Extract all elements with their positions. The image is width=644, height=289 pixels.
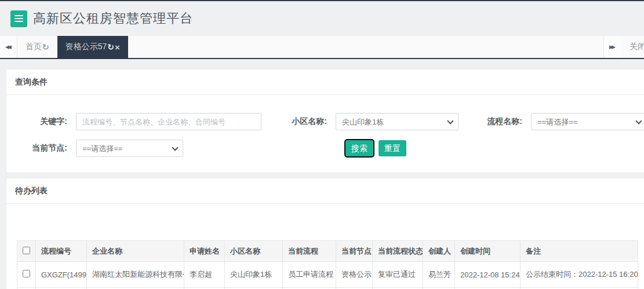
refresh-icon[interactable]: ↻ bbox=[42, 42, 49, 52]
reset-button[interactable]: 重置 bbox=[379, 140, 406, 156]
keyword-input[interactable] bbox=[76, 113, 261, 130]
col-flow-status: 当前流程状态 bbox=[373, 241, 423, 262]
community-name-label: 小区名称: bbox=[261, 116, 327, 127]
close-icon[interactable]: × bbox=[115, 43, 120, 52]
current-node-label: 当前节点: bbox=[6, 143, 67, 153]
current-node-select[interactable]: ==请选择== bbox=[76, 140, 183, 157]
query-form: 关键字: 小区名称: 尖山印象1栋 流程名称: ==请选择== bbox=[6, 95, 644, 173]
double-right-arrow-icon: ▶▶ bbox=[609, 44, 616, 50]
cell-flow-status: 复审已通过 bbox=[373, 262, 423, 288]
select-all-checkbox[interactable] bbox=[23, 247, 30, 254]
search-button[interactable]: 搜索 bbox=[345, 140, 373, 156]
double-left-arrow-icon: ◀◀ bbox=[5, 44, 12, 50]
col-flow-number: 流程编号 bbox=[36, 241, 87, 262]
tabbar-spacer bbox=[128, 36, 603, 58]
tab-qualification-label: 资格公示57 bbox=[66, 42, 107, 52]
table-header-row: 流程编号 企业名称 申请姓名 小区名称 当前流程 当前节点 当前流程状态 创建人… bbox=[17, 241, 638, 262]
community-name-select[interactable]: 尖山印象1栋 bbox=[336, 113, 459, 130]
refresh-icon[interactable]: ↻ bbox=[107, 42, 114, 52]
row-checkbox[interactable] bbox=[23, 270, 30, 277]
page-title: 高新区公租房智慧管理平台 bbox=[33, 10, 193, 27]
col-current-node: 当前节点 bbox=[336, 241, 373, 262]
tab-home-label: 首页 bbox=[26, 42, 42, 52]
tab-home[interactable]: 首页 ↻ bbox=[17, 36, 57, 58]
cell-flow-number: GXGZF(14993) bbox=[36, 262, 87, 288]
col-applicant-name: 申请姓名 bbox=[184, 241, 225, 262]
col-current-flow: 当前流程 bbox=[283, 241, 336, 262]
app-header: 高新区公租房智慧管理平台 bbox=[0, 0, 644, 36]
main-content: 查询条件 关键字: 小区名称: 尖山印象1栋 流程名称: ==请选择== bbox=[0, 59, 644, 289]
col-company-name: 企业名称 bbox=[87, 241, 184, 262]
col-create-time: 创建时间 bbox=[455, 241, 521, 262]
todo-table-container: 流程编号 企业名称 申请姓名 小区名称 当前流程 当前节点 当前流程状态 创建人… bbox=[6, 204, 644, 289]
keyword-label: 关键字: bbox=[6, 116, 67, 127]
close-menu-label: 关闭 bbox=[630, 42, 644, 52]
cell-applicant-name: 李启超 bbox=[184, 262, 225, 288]
tab-bar: ◀◀ 首页 ↻ 资格公示57 ↻ × ▶▶ 关闭 bbox=[0, 36, 644, 59]
cell-current-flow: 员工申请流程 bbox=[283, 262, 336, 288]
query-panel-title: 查询条件 bbox=[6, 69, 644, 95]
tabs-scroll-left-button[interactable]: ◀◀ bbox=[0, 36, 17, 58]
todo-table: 流程编号 企业名称 申请姓名 小区名称 当前流程 当前节点 当前流程状态 创建人… bbox=[17, 240, 638, 289]
todo-list-panel: 待办列表 流程编号 企业名称 申请姓名 小区名称 当前流程 当前节点 当前流程状… bbox=[6, 178, 644, 289]
todo-panel-title: 待办列表 bbox=[6, 178, 644, 204]
cell-current-node: 资格公示 bbox=[336, 262, 373, 288]
cell-company-name: 湖南红太阳新能源科技有限公司 bbox=[87, 262, 184, 288]
tab-qualification-publicity[interactable]: 资格公示57 ↻ × bbox=[57, 36, 128, 58]
cell-community-name: 尖山印象1栋 bbox=[225, 262, 283, 288]
close-operations-menu[interactable]: 关闭 bbox=[621, 36, 644, 58]
process-name-label: 流程名称: bbox=[459, 116, 522, 127]
table-row[interactable]: GXGZF(14993) 湖南红太阳新能源科技有限公司 李启超 尖山印象1栋 员… bbox=[17, 262, 638, 288]
cell-create-time: 2022-12-08 15:24:09 bbox=[455, 262, 521, 288]
col-creator: 创建人 bbox=[423, 241, 455, 262]
query-conditions-panel: 查询条件 关键字: 小区名称: 尖山印象1栋 流程名称: ==请选择== bbox=[6, 69, 644, 173]
process-name-select[interactable]: ==请选择== bbox=[531, 113, 644, 130]
cell-remark: 公示结束时间：2022-12-15 16:20:43 bbox=[521, 262, 638, 288]
col-remark: 备注 bbox=[521, 241, 638, 262]
tabs-scroll-right-button[interactable]: ▶▶ bbox=[603, 36, 621, 58]
cell-creator: 易兰芳 bbox=[423, 262, 455, 288]
col-community-name: 小区名称 bbox=[225, 241, 283, 262]
hamburger-menu-icon[interactable] bbox=[10, 10, 27, 27]
